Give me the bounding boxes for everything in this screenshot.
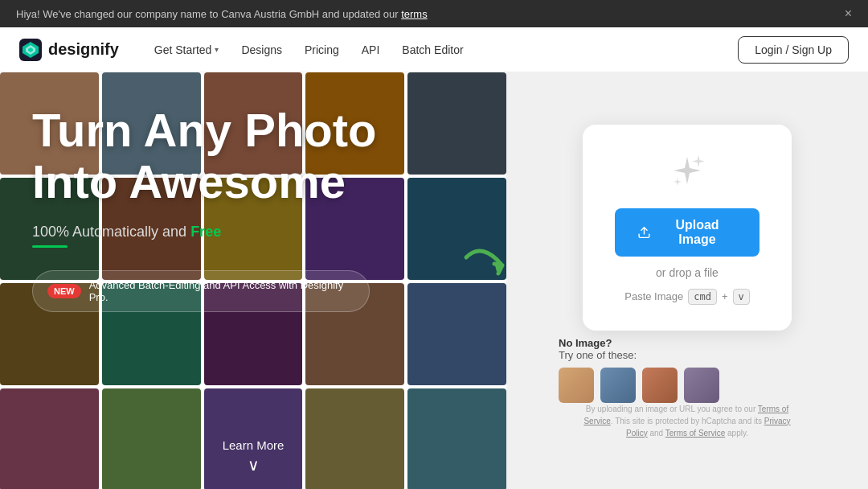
sample-image-2[interactable] bbox=[600, 368, 636, 403]
v-key: v bbox=[733, 289, 750, 305]
hero-subtitle: 100% Automatically and Free bbox=[32, 224, 474, 240]
promo-pill[interactable]: NEW Advanced Batch-Editing and API Acces… bbox=[32, 270, 370, 312]
logo[interactable]: designify bbox=[19, 39, 119, 61]
learn-more-area[interactable]: Learn More ∨ bbox=[223, 438, 285, 475]
cmd-key: cmd bbox=[688, 289, 717, 305]
hero-section: Turn Any Photo Into Awesome 100% Automat… bbox=[0, 72, 868, 489]
chevron-down-icon: ∨ bbox=[248, 455, 260, 475]
chevron-down-icon: ▾ bbox=[215, 45, 219, 54]
promo-text: Advanced Batch-Editing and API Access wi… bbox=[89, 279, 354, 303]
nav-pricing[interactable]: Pricing bbox=[295, 37, 349, 63]
sparkles-icon bbox=[665, 150, 710, 195]
nav-designs[interactable]: Designs bbox=[231, 37, 292, 63]
no-image-label: No Image? Try one of these: bbox=[559, 337, 816, 361]
sample-image-3[interactable] bbox=[642, 368, 678, 403]
designify-logo-icon bbox=[19, 39, 42, 61]
sample-image-1[interactable] bbox=[559, 368, 594, 403]
nav-get-started[interactable]: Get Started ▾ bbox=[145, 37, 229, 63]
nav-batch-editor[interactable]: Batch Editor bbox=[392, 37, 473, 63]
hero-right: Upload Image or drop a file Paste Image … bbox=[506, 72, 868, 489]
upload-card: Upload Image or drop a file Paste Image … bbox=[583, 125, 792, 331]
drop-file-label: or drop a file bbox=[656, 266, 719, 279]
login-signup-button[interactable]: Login / Sign Up bbox=[738, 36, 849, 64]
learn-more-button[interactable]: Learn More ∨ bbox=[223, 438, 285, 475]
terms-link[interactable]: terms bbox=[401, 8, 428, 20]
logo-text: designify bbox=[48, 40, 119, 59]
free-underline bbox=[32, 245, 68, 248]
new-badge: NEW bbox=[47, 284, 81, 298]
terms-of-service-link-2[interactable]: Terms of Service bbox=[665, 429, 725, 438]
hero-overlay: Turn Any Photo Into Awesome 100% Automat… bbox=[0, 72, 506, 489]
nav-links: Get Started ▾ Designs Pricing API Batch … bbox=[145, 37, 738, 63]
terms-text: By uploading an image or URL you agree t… bbox=[575, 403, 800, 439]
navbar: designify Get Started ▾ Designs Pricing … bbox=[0, 27, 868, 72]
nav-api[interactable]: API bbox=[352, 37, 390, 63]
sample-images-list bbox=[559, 368, 816, 403]
sample-image-4[interactable] bbox=[684, 368, 719, 403]
close-announcement-button[interactable]: × bbox=[845, 6, 852, 21]
paste-area: Paste Image cmd + v bbox=[624, 289, 750, 305]
hero-title: Turn Any Photo Into Awesome bbox=[32, 105, 474, 208]
hero-left: Turn Any Photo Into Awesome 100% Automat… bbox=[0, 72, 506, 489]
announcement-bar: Hiya! We've changed our company name to … bbox=[0, 0, 868, 27]
announcement-text: Hiya! We've changed our company name to … bbox=[16, 8, 428, 20]
upload-icon bbox=[637, 225, 651, 240]
sample-images-section: No Image? Try one of these: bbox=[559, 337, 816, 403]
upload-image-button[interactable]: Upload Image bbox=[615, 208, 760, 257]
